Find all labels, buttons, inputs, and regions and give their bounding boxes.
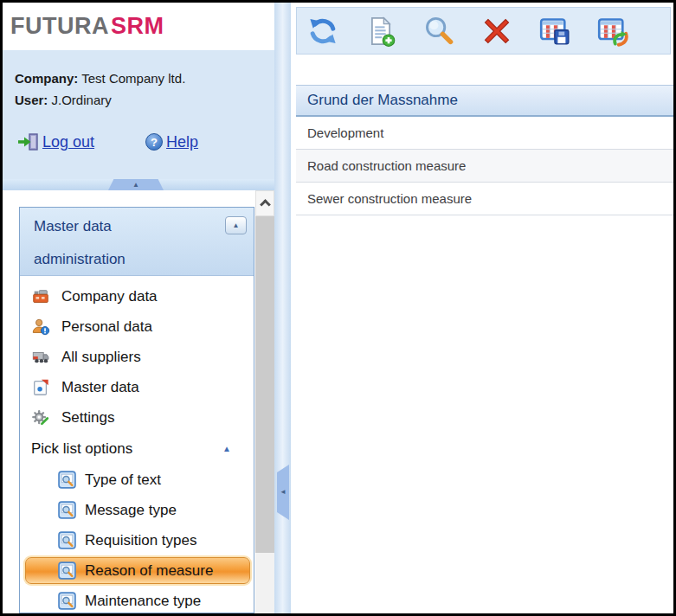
grid-cell: Road construction measure: [307, 158, 466, 173]
sidebar-item-label: All suppliers: [61, 349, 141, 366]
grid-cell: Development: [307, 125, 383, 140]
grid-column-header[interactable]: Grund der Massnahme: [296, 85, 673, 117]
grid-cell: Sewer construction measure: [307, 191, 472, 206]
pick-list-icon: [58, 592, 76, 610]
vertical-splitter[interactable]: ◄: [274, 3, 291, 613]
links-row: Log out ? Help: [3, 132, 274, 151]
user-label: User:: [15, 93, 48, 107]
sidebar-item-maintenance-type[interactable]: Maintenance type: [20, 586, 254, 616]
grid-row[interactable]: Sewer construction measure: [296, 183, 673, 215]
panel-title-line1: Master data: [34, 218, 112, 235]
pick-list-icon: [58, 471, 76, 489]
personal-data-icon: [31, 318, 50, 337]
sidebar-item-master-data[interactable]: Master data: [20, 372, 254, 402]
sidebar-item-label: Maintenance type: [85, 593, 201, 610]
grid-column-header-label: Grund der Massnahme: [307, 92, 458, 109]
delete-button[interactable]: [480, 14, 514, 48]
save-table-icon: [539, 16, 570, 47]
master-data-panel: Master data administration ▲ Company dat…: [19, 207, 254, 613]
chevron-up-icon: [260, 199, 271, 210]
sidebar-item-label: Type of text: [85, 472, 161, 489]
sidebar-item-label: Message type: [85, 502, 177, 519]
sidebar-item-reason-of-measure[interactable]: Reason of measure: [25, 557, 250, 584]
grid-row[interactable]: Road construction measure: [296, 150, 673, 183]
scrollbar-thumb[interactable]: [255, 216, 274, 553]
search-button[interactable]: [422, 14, 456, 48]
logout-link[interactable]: Log out: [17, 132, 94, 151]
save-table-button[interactable]: [538, 14, 572, 48]
refresh-icon: [307, 16, 338, 47]
session-info-panel: Company: Test Company ltd. User: J.Ordin…: [3, 50, 274, 179]
delete-icon: [481, 16, 512, 47]
company-label: Company:: [15, 71, 78, 86]
company-value: Test Company ltd.: [81, 71, 185, 86]
horizontal-splitter[interactable]: ▲: [3, 179, 274, 190]
all-suppliers-icon: [31, 348, 50, 367]
collapse-up-icon: ▲: [132, 182, 139, 189]
sidebar-item-label: Reason of measure: [85, 562, 213, 580]
sidebar-item-requisition-types[interactable]: Requisition types: [20, 525, 254, 555]
export-table-button[interactable]: [596, 14, 630, 48]
sidebar-item-company-data[interactable]: Company data: [20, 281, 254, 311]
help-link[interactable]: ? Help: [145, 132, 198, 151]
help-label: Help: [166, 133, 198, 151]
new-document-button[interactable]: [364, 14, 398, 48]
refresh-button[interactable]: [306, 14, 340, 48]
sidebar-item-label: Company data: [61, 288, 158, 305]
toolbar: [296, 7, 671, 55]
scroll-up-button[interactable]: [255, 190, 274, 216]
logout-door-icon: [17, 132, 40, 151]
collapse-up-icon: ▲: [233, 222, 240, 229]
panel-collapse-button[interactable]: ▲: [225, 216, 247, 234]
sidebar-item-type-of-text[interactable]: Type of text: [20, 465, 254, 495]
master-data-icon: [31, 378, 50, 397]
user-line: User: J.Ordinary: [15, 89, 274, 111]
section-collapse-icon: ▲: [222, 445, 231, 453]
logout-label: Log out: [42, 133, 94, 151]
sidebar-item-all-suppliers[interactable]: All suppliers: [20, 342, 254, 372]
grid-row[interactable]: Development: [296, 117, 673, 150]
sidebar-item-label: Personal data: [61, 318, 152, 336]
sidebar-item-label: Master data: [61, 379, 139, 396]
splitter-collapse-up-handle[interactable]: ▲: [108, 179, 164, 190]
help-icon: ?: [145, 132, 164, 151]
section-label: Pick list options: [31, 440, 132, 458]
settings-icon: [31, 408, 50, 427]
master-data-panel-header[interactable]: Master data administration ▲: [20, 208, 254, 276]
splitter-collapse-left-handle[interactable]: ◄: [277, 465, 289, 520]
pick-list-icon: [58, 501, 76, 519]
content-pane: Grund der Massnahme Development Road con…: [291, 3, 673, 613]
sidebar-scrollbar[interactable]: [255, 190, 274, 613]
user-value: J.Ordinary: [52, 93, 112, 107]
search-icon: [423, 16, 454, 47]
company-data-icon: [31, 287, 50, 306]
app-window: FUTURA SRM Company: Test Company ltd. Us…: [0, 0, 676, 616]
brand-logo-srm: SRM: [111, 13, 164, 40]
pick-list-icon: [58, 531, 76, 549]
sidebar-item-label: Requisition types: [85, 532, 196, 549]
sidebar-menu: Company data Personal data: [20, 276, 254, 616]
sidebar-item-settings[interactable]: Settings: [20, 402, 254, 433]
new-document-icon: [365, 16, 396, 47]
sidebar-item-message-type[interactable]: Message type: [20, 495, 254, 525]
pick-list-icon: [58, 561, 76, 580]
svg-text:?: ?: [151, 136, 158, 149]
navigation-pane: Master data administration ▲ Company dat…: [3, 190, 274, 613]
sidebar-item-label: Settings: [61, 409, 114, 427]
sidebar-item-personal-data[interactable]: Personal data: [20, 311, 254, 342]
brand-logo-futura: FUTURA: [10, 13, 109, 40]
company-line: Company: Test Company ltd.: [15, 67, 274, 89]
sidebar-section-pick-list-options[interactable]: Pick list options ▲: [20, 433, 254, 465]
logo-band: FUTURA SRM: [3, 3, 274, 50]
collapse-left-icon: ◄: [280, 489, 286, 496]
panel-title-line2: administration: [34, 251, 126, 268]
export-table-icon: [597, 16, 628, 47]
